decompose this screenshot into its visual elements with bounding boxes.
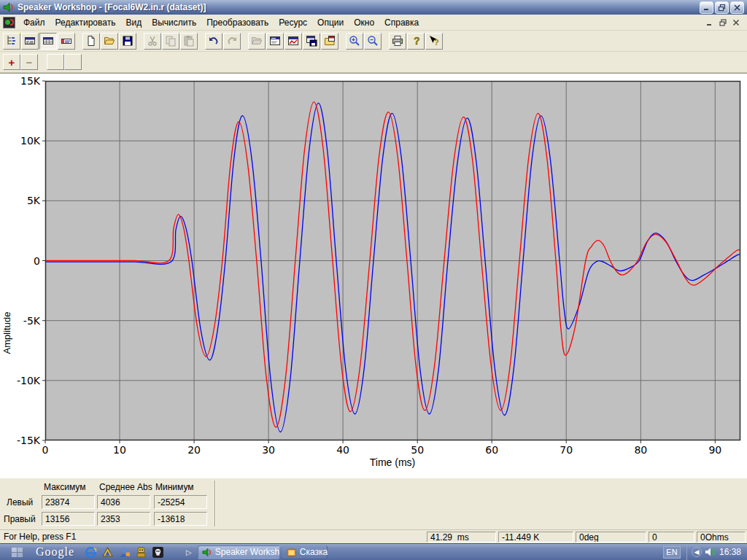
task-speaker-icon	[202, 548, 212, 557]
svg-text:40: 40	[336, 444, 349, 456]
dataset-view-button[interactable]	[39, 33, 57, 50]
svg-text:-5K: -5K	[23, 315, 41, 327]
stats-row-right-label: Правый	[4, 514, 36, 524]
new-button[interactable]	[82, 33, 100, 50]
volume-icon[interactable]	[705, 547, 716, 557]
delphi-icon[interactable]	[101, 546, 114, 559]
task-label: Speaker Workshop - [...	[215, 547, 279, 557]
open-button[interactable]	[101, 33, 118, 50]
export-chart-button[interactable]	[321, 33, 338, 50]
statistics-panel: Максимум Среднее Abs Минимум Левый 23874…	[0, 478, 747, 529]
svg-text:-10K: -10K	[17, 375, 41, 386]
menu-calculate[interactable]: Вычислить	[147, 15, 201, 30]
status-degrees: 0deg	[576, 532, 646, 542]
zoom-out-button[interactable]	[364, 33, 382, 50]
stats-header-max: Максимум	[44, 482, 85, 492]
system-tray: ◀ 16:38	[686, 544, 746, 560]
child-restore-button[interactable]	[716, 17, 729, 28]
messenger-icon[interactable]	[118, 546, 131, 559]
skull-icon[interactable]	[152, 546, 164, 559]
svg-text:?: ?	[434, 38, 439, 47]
status-time: 41.29 ms	[427, 532, 496, 542]
chart-window-button[interactable]	[285, 33, 302, 50]
properties-button[interactable]	[266, 33, 284, 50]
menu-edit[interactable]: Редактировать	[50, 15, 121, 30]
save-chart-button[interactable]	[303, 33, 320, 50]
cut-button	[144, 33, 161, 50]
menu-file[interactable]: Файл	[18, 15, 50, 30]
svg-text:0: 0	[42, 444, 49, 456]
help-button[interactable]: ?	[407, 33, 425, 50]
task-folder-icon	[287, 548, 297, 557]
paste-button	[180, 33, 198, 50]
print-button[interactable]	[389, 33, 406, 50]
child-close-button[interactable]	[729, 17, 743, 28]
tree-view-button[interactable]	[3, 33, 20, 50]
stats-right-avg: 2353	[97, 512, 150, 526]
stats-left-avg: 4036	[97, 495, 150, 509]
blank-button-2[interactable]	[64, 54, 82, 70]
stats-right-min: -13618	[154, 512, 207, 526]
svg-text:10K: 10K	[20, 135, 41, 147]
svg-text:80: 80	[634, 444, 647, 456]
tray-collapse-icon[interactable]: ◀	[692, 547, 702, 557]
copy-button	[162, 33, 179, 50]
svg-text:20: 20	[187, 444, 201, 456]
save-button[interactable]	[119, 33, 136, 50]
close-button[interactable]	[730, 1, 744, 14]
start-windows-icon[interactable]	[12, 548, 23, 557]
remove-button[interactable]: −	[20, 54, 38, 70]
stats-left-max: 23874	[42, 495, 95, 509]
restore-button[interactable]	[715, 1, 729, 14]
svg-text:15K: 15K	[20, 75, 41, 87]
svg-text:60: 60	[485, 444, 498, 456]
status-zero: 0	[649, 532, 694, 542]
menu-window[interactable]: Окно	[349, 15, 379, 30]
ie-icon[interactable]	[85, 546, 97, 559]
svg-text:90: 90	[708, 444, 721, 456]
quick-launch	[85, 546, 169, 559]
plot-canvas[interactable]: 010203040506070809015K10K5K0-5K-10K-15K	[0, 74, 747, 478]
task-speaker-workshop[interactable]: Speaker Workshop - [...	[198, 545, 279, 559]
stats-right-max: 13156	[42, 512, 95, 526]
task-label: Сказка	[300, 547, 328, 557]
app-speaker-icon	[3, 2, 15, 12]
menu-help[interactable]: Справка	[379, 15, 424, 30]
svg-text:?: ?	[414, 35, 420, 47]
svg-text:10: 10	[113, 444, 126, 456]
menu-transform[interactable]: Преобразовать	[201, 15, 274, 30]
child-minimize-button[interactable]	[703, 17, 716, 28]
context-help-button[interactable]: ?	[425, 33, 443, 50]
language-indicator[interactable]: EN	[663, 546, 681, 559]
taskbar-clock: 16:38	[719, 547, 741, 557]
svg-text:0: 0	[34, 255, 40, 267]
robot-icon[interactable]	[135, 546, 147, 559]
quick-launch-overflow-chevron[interactable]: ▷	[186, 548, 192, 556]
document-icon[interactable]	[3, 17, 15, 28]
x-axis-title: Time (ms)	[334, 456, 451, 468]
waveform-chart[interactable]: 010203040506070809015K10K5K0-5K-10K-15K …	[0, 73, 747, 478]
minimize-button[interactable]	[700, 1, 713, 14]
nudge-toolbar: + −	[0, 52, 747, 73]
task-skazka[interactable]: Сказка	[282, 545, 328, 559]
stats-header-avg: Среднее Abs	[99, 482, 152, 492]
svg-text:70: 70	[560, 444, 573, 456]
sheet-view-button[interactable]	[58, 33, 75, 50]
taskbar: Google ▷ Speaker Workshop - [... Сказка …	[0, 543, 747, 560]
stats-left-min: -25254	[154, 495, 207, 509]
undo-button[interactable]	[205, 33, 222, 50]
svg-text:50: 50	[411, 444, 424, 456]
y-axis-title: Amplitude	[1, 308, 12, 359]
menu-resource[interactable]: Ресурс	[274, 15, 312, 30]
stats-row-left-label: Левый	[7, 497, 33, 508]
svg-text:30: 30	[262, 444, 275, 456]
google-toolbar-logo[interactable]: Google	[36, 545, 74, 559]
zoom-in-button[interactable]	[346, 33, 363, 50]
blank-button-1[interactable]	[47, 54, 64, 70]
add-button[interactable]: +	[3, 54, 20, 70]
main-toolbar: ? ?	[0, 31, 747, 52]
menu-view[interactable]: Вид	[120, 15, 147, 30]
notes-view-button[interactable]	[21, 33, 39, 50]
menu-options[interactable]: Опции	[312, 15, 349, 30]
redo-button	[223, 33, 241, 50]
